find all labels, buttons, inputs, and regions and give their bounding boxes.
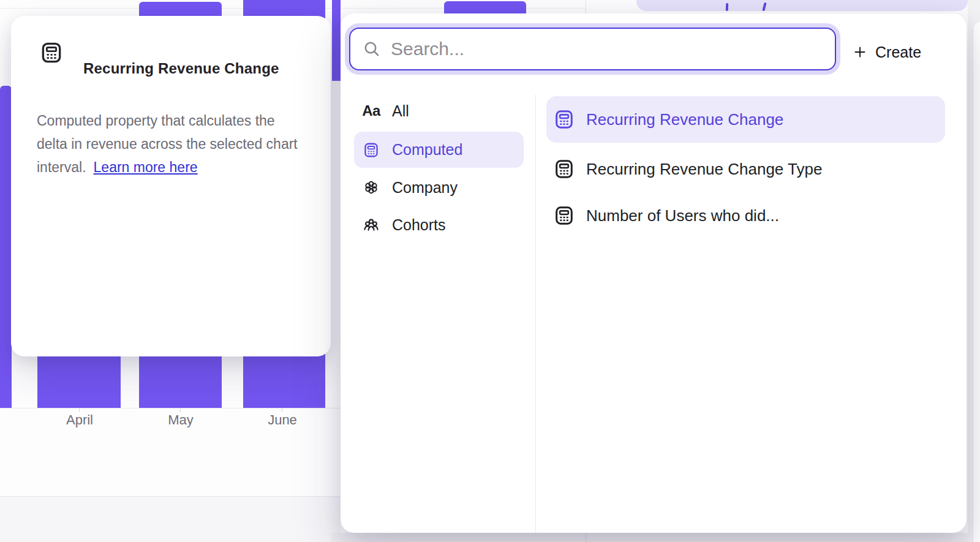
chip-text-fragment <box>762 2 766 11</box>
page-background <box>331 533 980 542</box>
filter-label: Company <box>392 179 458 197</box>
bar-march-partial <box>0 86 12 408</box>
card-boundary-line <box>586 0 586 13</box>
calculator-icon <box>39 40 64 67</box>
calculator-icon <box>363 141 380 159</box>
axis-tick <box>79 408 80 412</box>
filter-item-all[interactable]: Aa All <box>354 92 524 129</box>
screen: April May June Recurring Revenue Change … <box>0 0 980 542</box>
learn-more-link[interactable]: Learn more here <box>94 159 198 175</box>
search-icon <box>363 40 381 58</box>
tooltip-description: Computed property that calculates the de… <box>37 109 320 179</box>
filter-item-computed[interactable]: Computed <box>354 132 524 168</box>
card-boundary-line <box>586 533 586 542</box>
filter-item-cohorts[interactable]: Cohorts <box>354 206 524 243</box>
axis-tick <box>282 408 282 412</box>
chip-text-fragment <box>726 3 728 11</box>
text-format-icon: Aa <box>363 102 380 119</box>
description-line: delta in revenue across the selected cha… <box>37 136 298 152</box>
result-item-recurring-revenue-change[interactable]: Recurring Revenue Change <box>546 96 945 143</box>
calculator-icon <box>553 108 575 130</box>
result-item-number-of-users[interactable]: Number of Users who did... <box>546 192 945 239</box>
create-button[interactable]: Create <box>853 38 951 66</box>
filter-label: All <box>392 102 409 120</box>
search-input[interactable] <box>391 39 824 59</box>
filter-label: Computed <box>392 141 462 159</box>
page-background <box>0 497 341 542</box>
right-sidebar-card-edge <box>973 22 980 542</box>
cohorts-icon <box>363 216 380 234</box>
filter-item-company[interactable]: Company <box>354 169 524 206</box>
axis-label-may: May <box>168 412 194 428</box>
axis-tick <box>180 408 181 412</box>
x-axis-line <box>0 408 341 408</box>
property-picker-panel: Create Aa All Computed Company Cohorts <box>341 13 967 533</box>
result-label: Number of Users who did... <box>586 206 779 225</box>
axis-label-april: April <box>66 412 93 428</box>
calculator-icon <box>553 158 575 180</box>
description-line: interval. <box>37 159 86 175</box>
company-icon <box>363 179 380 196</box>
axis-label-june: June <box>268 412 297 428</box>
result-label: Recurring Revenue Change Type <box>586 160 822 179</box>
result-label: Recurring Revenue Change <box>586 110 783 129</box>
highlighted-property-chip <box>636 0 968 11</box>
property-tooltip-card: Recurring Revenue Change Computed proper… <box>11 16 331 356</box>
column-divider <box>535 95 536 533</box>
result-item-recurring-revenue-change-type[interactable]: Recurring Revenue Change Type <box>546 146 945 192</box>
description-line: Computed property that calculates the <box>37 113 275 129</box>
create-button-label: Create <box>875 43 921 61</box>
filter-label: Cohorts <box>392 216 446 234</box>
tooltip-title: Recurring Revenue Change <box>83 60 279 77</box>
bar-july-sliver <box>332 0 341 81</box>
search-field[interactable] <box>349 28 836 70</box>
calculator-icon <box>553 205 575 227</box>
plus-icon <box>853 45 867 59</box>
